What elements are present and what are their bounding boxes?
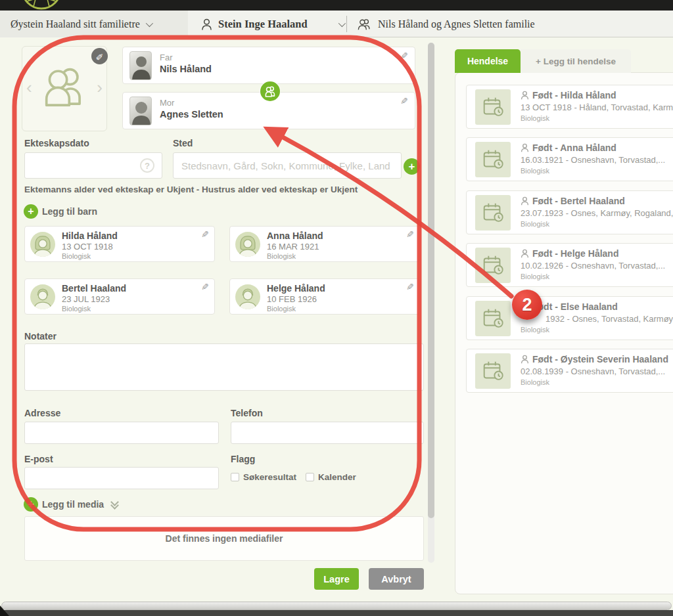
event-card[interactable]: Født - Else Haaland 1932 - Osnes, Torvas… [466, 296, 673, 340]
edit-couple-button[interactable]: ✎ [91, 48, 108, 64]
tab-add-event[interactable]: + Legg til hendelse [521, 49, 631, 73]
calendar-clock-icon [475, 248, 511, 283]
date-help-icon[interactable]: ? [140, 158, 154, 173]
child-card[interactable]: Anna Håland 16 MAR 1921 Biologisk ✎ [229, 226, 420, 262]
event-card[interactable]: Født - Øystein Severin Haaland 02.08.193… [466, 349, 673, 393]
search-result-checkbox[interactable] [231, 473, 239, 481]
edit-mother-icon[interactable]: ✎ [400, 97, 408, 106]
female-avatar [30, 232, 55, 257]
tree-selector[interactable]: Øystein Haaland sitt familietre [0, 11, 188, 37]
event-details: 1932 - Osnes, Torvastad, Karmøy,... [521, 314, 673, 324]
expand-media-icon[interactable] [110, 499, 120, 510]
marriage-date-label: Ekteskapsdato [24, 138, 89, 148]
edit-child-icon[interactable]: ✎ [406, 282, 414, 292]
event-details: 13 OCT 1918 - Håland, Torvastad, Karmøy.… [521, 102, 673, 112]
child-name: Hilda Håland [62, 231, 118, 241]
child-name: Helge Håland [267, 283, 325, 294]
notes-textarea[interactable] [24, 343, 424, 391]
male-avatar [235, 284, 260, 309]
chevron-down-icon [146, 19, 153, 26]
search-result-flag-label: Søkeresultat [243, 472, 296, 482]
add-media-label[interactable]: Legg til media [42, 499, 104, 510]
calendar-checkbox[interactable] [306, 473, 314, 481]
application-window: Øystein Haaland sitt familietre Stein In… [0, 0, 673, 616]
edit-child-icon[interactable]: ✎ [201, 230, 209, 239]
edit-relationship-button[interactable] [260, 81, 280, 101]
female-avatar [235, 232, 260, 257]
place-label: Sted [173, 138, 193, 148]
edit-child-icon[interactable]: ✎ [201, 282, 209, 292]
calendar-clock-icon [475, 89, 511, 125]
pencil-icon: ✎ [96, 52, 104, 61]
edit-father-icon[interactable]: ✎ [400, 51, 408, 60]
top-title-bar [0, 0, 673, 11]
family-title-label: Nils Håland og Agnes Sletten familie [378, 18, 535, 30]
place-input[interactable] [173, 152, 402, 179]
child-birthdate: 16 MAR 1921 [267, 242, 319, 252]
calendar-flag-label: Kalender [318, 472, 356, 482]
prev-couple-arrow[interactable]: ‹ [26, 79, 32, 96]
event-card[interactable]: Født - Bertel Haaland 23.07.1923 - Osnes… [466, 190, 673, 234]
person-icon [521, 91, 529, 100]
flags-row: Søkeresultat Kalender [231, 472, 356, 482]
form-scrollbar-thumb[interactable] [428, 43, 434, 518]
breadcrumb-bar: Øystein Haaland sitt familietre Stein In… [0, 11, 673, 37]
add-child-button[interactable]: + [24, 204, 38, 219]
person-selector[interactable]: Stein Inge Haaland [197, 11, 348, 37]
form-scrollbar[interactable] [428, 43, 434, 563]
child-relation: Biologisk [62, 252, 91, 260]
person-icon [521, 355, 529, 364]
child-birthdate: 10 FEB 1926 [267, 294, 317, 304]
event-card[interactable]: Født - Hilda Håland 13 OCT 1918 - Håland… [466, 85, 673, 129]
address-input[interactable] [24, 422, 219, 444]
calendar-clock-icon [475, 195, 511, 231]
event-relation: Biologisk [521, 273, 673, 280]
horizontal-scrollbar[interactable] [1, 602, 672, 610]
child-card[interactable]: Bertel Haaland 23 JUL 1923 Biologisk ✎ [24, 278, 215, 315]
child-birthdate: 23 JUL 1923 [62, 294, 110, 304]
person-selector-label: Stein Inge Haaland [218, 18, 308, 31]
add-place-button[interactable]: + [404, 158, 420, 175]
father-photo [129, 51, 152, 80]
phone-input[interactable] [231, 422, 424, 444]
media-empty-box: Det finnes ingen mediafiler [24, 516, 424, 561]
child-card[interactable]: Helge Håland 10 FEB 1926 Biologisk ✎ [229, 278, 420, 315]
child-relation: Biologisk [267, 305, 296, 313]
next-couple-arrow[interactable]: › [97, 79, 103, 96]
tab-add-event-label: + Legg til hendelse [536, 56, 616, 66]
event-details: 23.07.1923 - Osnes, Karmøy, Rogaland,... [521, 208, 673, 218]
tab-events[interactable]: Hendelse [455, 49, 521, 73]
event-title: Født - Helge Håland [532, 248, 618, 259]
person-icon [521, 302, 529, 311]
add-media-button[interactable]: + [24, 497, 38, 512]
event-title: Født - Anna Håland [532, 143, 616, 153]
add-child-label[interactable]: Legg til barn [42, 206, 97, 217]
calendar-clock-icon [475, 301, 511, 336]
person-icon [521, 249, 529, 258]
child-name: Anna Håland [267, 231, 323, 241]
save-button[interactable]: Lagre [314, 568, 359, 590]
address-label: Adresse [24, 408, 60, 418]
mother-name: Agnes Sletten [160, 109, 223, 120]
father-label: Far [160, 53, 173, 62]
event-details: 10.02.1926 - Osneshavn, Torvastad,... [521, 261, 673, 271]
marriage-ages-info: Ektemanns alder ved ekteskap er Ukjent -… [24, 185, 358, 194]
child-card[interactable]: Hilda Håland 13 OCT 1918 Biologisk ✎ [24, 226, 215, 262]
email-label: E-post [24, 454, 53, 464]
email-input[interactable] [24, 467, 219, 489]
flags-label: Flagg [231, 454, 255, 464]
male-avatar [30, 284, 55, 309]
child-relation: Biologisk [267, 252, 296, 260]
cancel-button[interactable]: Avbryt [369, 568, 424, 590]
event-card[interactable]: Født - Helge Håland 10.02.1926 - Osnesha… [466, 243, 673, 287]
father-card[interactable]: Far Nils Håland ✎ [122, 47, 415, 84]
app-logo-icon [20, 0, 62, 11]
edit-child-icon[interactable]: ✎ [406, 230, 414, 239]
child-relation: Biologisk [62, 305, 91, 313]
event-relation: Biologisk [521, 326, 673, 334]
event-card[interactable]: Født - Anna Håland 16.03.1921 - Osneshav… [466, 137, 673, 181]
event-title: Født - Bertel Haaland [532, 196, 625, 206]
event-title: Født - Øystein Severin Haaland [532, 354, 668, 364]
couple-icon [358, 18, 372, 31]
event-details: 16.03.1921 - Osneshavn, Torvastad,... [521, 155, 673, 165]
